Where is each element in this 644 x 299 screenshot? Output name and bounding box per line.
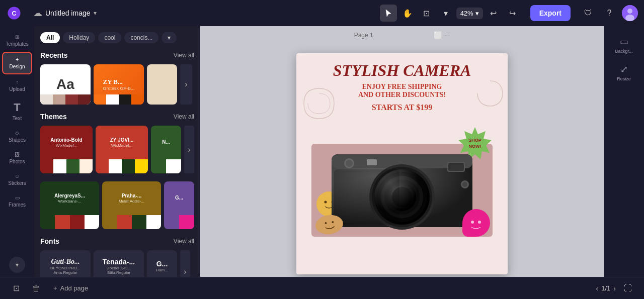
filter-row: All Holiday cool concis... ▾ [40, 32, 194, 43]
sidebar-item-frames[interactable]: ▭ Frames [2, 191, 32, 212]
hand-tool-button[interactable]: ✋ [399, 5, 416, 22]
topbar: C ☁ Untitled image ▾ ✋ ⊡ ▾ 42% ▾ ↩ ↪ Exp… [0, 0, 644, 26]
resize-button[interactable]: ⤢ Resize [607, 60, 641, 85]
font-tenada-line1: Zocbel X-E... [107, 266, 130, 270]
help-icon[interactable]: ? [601, 5, 618, 22]
recent-card-grotesk-swatches [94, 94, 144, 105]
fullscreen-button[interactable]: ⛶ [620, 280, 636, 296]
page-icon-frame[interactable]: ⬜ [434, 31, 442, 39]
bottom-right: ‹ 1/1 › ⛶ [596, 280, 636, 296]
doc-title-chevron[interactable]: ▾ [94, 10, 97, 17]
sidebar-bottom: ▾ [9, 253, 25, 273]
redo-button[interactable]: ↪ [504, 5, 521, 22]
recents-grid: Aa ZY B... Grotesk GF-B... [40, 64, 194, 105]
stickers-icon: ☺ [15, 173, 20, 179]
filter-expand-button[interactable]: ▾ [162, 32, 177, 43]
canvas-document[interactable]: STYLISH CAMERA ENJOY FREE SHIPPING AND O… [296, 53, 508, 274]
right-panel: ▭ Backgr... ⤢ Resize [604, 26, 644, 277]
sidebar-item-design[interactable]: ✦ Design [2, 52, 32, 74]
theme-card-alergreya[interactable]: AlergreyaS... WorkSans-... [40, 181, 99, 229]
sidebar-label-frames: Frames [9, 202, 26, 208]
fonts-next-arrow[interactable]: › [180, 250, 190, 277]
fonts-title: Fonts [40, 237, 59, 245]
sidebar-item-text[interactable]: T Text [2, 97, 32, 125]
sidebar-item-stickers[interactable]: ☺ Stickers [2, 169, 32, 190]
recent-card-grotesk[interactable]: ZY B... Grotesk GF-B... [94, 64, 144, 105]
theme-card-zyjovi[interactable]: ZY JOVI... WixMadef... [96, 126, 148, 173]
canva-logo[interactable]: C [6, 5, 22, 21]
shield-icon[interactable]: 🛡 [580, 5, 597, 22]
background-button[interactable]: ▭ Backgr... [607, 32, 641, 58]
sidebar-item-templates[interactable]: ⊞ Templates [2, 30, 32, 51]
sidebar-expand-button[interactable]: ▾ [9, 257, 25, 273]
theme-antonio-swatches [40, 159, 93, 174]
svg-point-36 [471, 221, 474, 224]
next-page-button[interactable]: › [613, 284, 616, 292]
recents-next-arrow[interactable]: › [180, 64, 192, 105]
theme-zyjovi-subtitle: WixMadef... [110, 143, 134, 148]
undo-button[interactable]: ↩ [485, 5, 502, 22]
font-tenada-display: Tenada-... [103, 258, 135, 266]
export-button[interactable]: Export [530, 5, 571, 21]
font-card-guti[interactable]: Guti-Bo... BEYOND PRO... Anta-Regular [40, 250, 91, 277]
filter-cool-chip[interactable]: cool [98, 32, 121, 43]
svg-rect-27 [367, 159, 377, 165]
page-thumbnail-button[interactable]: ⊡ [8, 280, 24, 296]
frame-expand-button[interactable]: ▾ [437, 5, 454, 22]
sidebar-label-design: Design [9, 64, 25, 69]
add-page-button[interactable]: + Add page [48, 280, 93, 296]
themes-row2: AlergreyaS... WorkSans-... Praha-... Mul… [40, 181, 194, 229]
templates-icon: ⊞ [15, 34, 19, 40]
theme-praha-title: Praha-... [119, 193, 144, 199]
svg-point-3 [627, 9, 632, 14]
page-icon-more[interactable]: ··· [444, 31, 450, 39]
font-card-g[interactable]: G... Ham... [147, 250, 177, 277]
sidebar-item-photos[interactable]: 🖼 Photos [2, 148, 32, 168]
background-label: Backgr... [615, 49, 632, 54]
recents-view-all[interactable]: View all [174, 52, 194, 59]
svg-point-31 [318, 216, 341, 233]
recent-card-aa-swatches [40, 94, 91, 105]
svg-point-37 [478, 221, 481, 224]
bottom-bar: ⊡ 🗑 + Add page ‹ 1/1 › ⛶ [0, 277, 644, 299]
sidebar-label-text: Text [13, 116, 22, 121]
filter-holiday-chip[interactable]: Holiday [63, 32, 95, 43]
filter-all-chip[interactable]: All [40, 32, 60, 43]
page-label-row: Page 1 ⬜ ··· [354, 31, 450, 39]
recent-card-partial[interactable] [147, 64, 177, 105]
font-card-tenada[interactable]: Tenada-... Zocbel X-E... Stilu-Regular [94, 250, 144, 277]
prev-page-button[interactable]: ‹ [596, 284, 599, 292]
sidebar-label-upload: Upload [9, 86, 25, 92]
filter-concis-chip[interactable]: concis... [124, 32, 158, 43]
canvas-viewport[interactable]: Page 1 ⬜ ··· [200, 26, 604, 277]
theme-card-n[interactable]: N... [151, 126, 181, 173]
sidebar-label-templates: Templates [6, 41, 29, 47]
font-guti-line2: Anta-Regular [53, 270, 77, 275]
themes-view-all[interactable]: View all [174, 113, 194, 120]
fonts-view-all[interactable]: View all [174, 238, 194, 245]
sidebar-label-stickers: Stickers [8, 180, 26, 186]
delete-page-button[interactable]: 🗑 [28, 280, 44, 296]
themes-next-arrow[interactable]: › [184, 126, 194, 173]
resize-icon: ⤢ [620, 64, 628, 75]
cloud-icon: ☁ [33, 8, 42, 19]
theme-card-g[interactable]: G... [164, 181, 194, 229]
sidebar-item-shapes[interactable]: ◇ Shapes [2, 126, 32, 147]
bottom-left-tools: ⊡ 🗑 + Add page [8, 280, 93, 296]
zoom-control[interactable]: 42% ▾ [456, 8, 483, 19]
sidebar-item-upload[interactable]: ↑ Upload [2, 75, 32, 96]
theme-card-antonio[interactable]: Antonio-Bold WixMadef... [40, 126, 93, 173]
resize-label: Resize [617, 76, 631, 81]
theme-zyjovi-title: ZY JOVI... [110, 137, 134, 143]
frame-tool-button[interactable]: ⊡ [418, 5, 435, 22]
select-tool-button[interactable] [380, 5, 397, 22]
svg-text:C: C [12, 10, 16, 17]
recent-card-aa[interactable]: Aa [40, 64, 91, 105]
theme-card-praha[interactable]: Praha-... Mulat.Addis-... [102, 181, 161, 229]
sidebar-label-shapes: Shapes [9, 137, 26, 143]
doc-title-area[interactable]: ☁ Untitled image ▾ [33, 8, 97, 19]
font-tenada-line2: Stilu-Regular [107, 270, 130, 275]
user-avatar[interactable] [622, 5, 638, 21]
theme-g-title: G... [175, 195, 183, 201]
recents-section-header: Recents View all [40, 51, 194, 59]
